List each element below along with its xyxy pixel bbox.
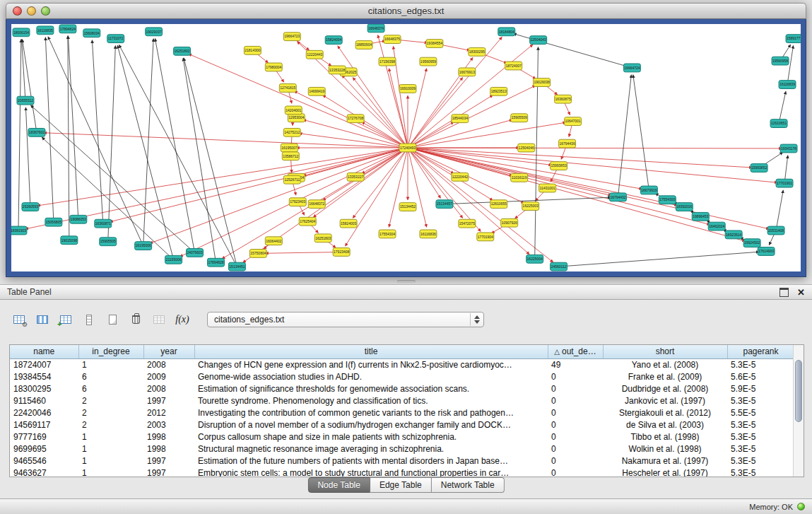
network-node[interactable]: 11016119 [511,173,528,182]
network-node[interactable]: 15472075 [459,219,476,228]
column-header-name[interactable]: name [10,345,78,358]
row-height-icon[interactable] [80,311,98,328]
network-node[interactable]: 19896453 [692,212,709,221]
table-row[interactable]: 1938455462009Genome-wide association stu… [10,370,794,382]
table-row[interactable]: 946362711997Embryonic stem cells: a mode… [10,467,794,477]
network-node[interactable]: 17923403 [289,198,306,206]
network-node[interactable]: 12610655 [490,200,507,209]
table-selector[interactable]: citations_edges.txt [207,312,484,327]
minimize-button[interactable] [27,6,36,16]
tab-network-table[interactable]: Network Table [432,477,505,493]
network-node[interactable]: 15905505 [100,238,117,246]
network-node[interactable]: 19560959 [420,57,437,66]
network-node[interactable]: 19029037 [146,28,163,36]
network-node[interactable]: 18006154 [13,28,30,37]
network-node[interactable]: 24560112 [551,262,567,271]
network-node[interactable]: 15608034 [83,29,100,37]
network-node[interactable]: 15750804 [249,250,266,258]
column-header-year[interactable]: year [143,345,194,358]
table-row[interactable]: 969969511998Structural magnetic resonanc… [10,443,794,455]
network-canvas[interactable]: 1800615416116835178948241560803411731072… [11,24,801,271]
network-node[interactable]: 16116836 [420,230,437,238]
network-node[interactable]: 18367602 [28,128,45,136]
network-node[interactable]: 13353227 [347,173,364,181]
network-node[interactable]: 12220442 [452,173,469,181]
network-node[interactable]: 13586712 [282,152,299,160]
table-row[interactable]: 1830029562008Estimation of significance … [10,382,794,395]
network-node[interactable]: 16064402 [265,237,282,245]
network-node[interactable]: 12610651 [770,119,787,128]
network-node[interactable]: 18724007 [505,62,522,70]
network-node[interactable]: 15134452 [399,203,416,211]
close-panel-icon[interactable]: ✕ [797,288,805,297]
network-node[interactable]: 21814300 [244,46,261,54]
network-node[interactable]: 17625404 [299,217,316,226]
network-node[interactable]: 15134457 [436,200,453,209]
network-node[interactable]: 10907926 [501,218,518,227]
network-node[interactable]: 19664724 [623,64,640,72]
network-node[interactable]: 10647001 [565,117,582,126]
network-node[interactable]: 15056805 [45,218,62,226]
column-header-short[interactable]: short [603,345,727,358]
panel-splitter[interactable] [0,278,812,284]
close-button[interactable] [13,6,22,16]
network-node[interactable]: 12220443 [306,50,323,59]
network-node[interactable]: 14204001 [285,106,302,115]
import-table-icon[interactable]: + [57,311,75,328]
network-node[interactable]: 16910009 [399,85,416,93]
new-table-icon[interactable] [103,311,122,328]
network-node[interactable]: 16648374 [367,24,384,33]
table-row[interactable]: 1456911722003Disruption of a novel membe… [10,419,794,431]
network-node[interactable]: 16251803 [314,234,331,243]
column-header-out_de[interactable]: △out_de… [548,345,603,358]
network-window-titlebar[interactable]: citations_edges.txt [6,3,806,19]
network-node[interactable]: 19343178 [780,144,797,153]
table-row[interactable]: 977716911998Corpus callosum shape and si… [10,431,794,443]
network-node[interactable]: 16794432 [609,193,626,201]
table-row[interactable]: 911546021997Tourette syndrome. Phenomeno… [10,395,794,407]
network-node[interactable]: 16648372 [308,200,325,209]
network-node[interactable]: 16225004 [526,255,543,263]
network-node[interactable]: 14275212 [283,128,300,136]
network-node[interactable]: 12526711 [283,175,300,184]
network-node[interactable]: 11731072 [107,35,124,43]
network-node[interactable]: 18923513 [490,87,507,95]
network-node[interactable]: 17701901 [776,179,793,187]
float-panel-icon[interactable] [779,288,789,297]
network-node[interactable]: 18392016 [676,203,693,211]
network-node[interactable]: 17276708 [347,115,364,123]
network-node[interactable]: 13353228 [329,66,346,74]
network-node[interactable]: 18184804 [498,28,515,36]
network-node[interactable]: 19384554 [426,40,443,48]
network-node[interactable]: 20655312 [17,96,34,105]
network-node[interactable]: 16225003 [522,202,539,211]
network-node[interactable]: 12504046 [518,144,535,152]
network-node[interactable]: 19664723 [283,33,300,41]
network-node[interactable]: 19560958 [772,57,789,65]
network-node[interactable]: 17894824 [59,25,76,33]
network-node[interactable]: 16648375 [384,35,401,44]
network-node[interactable]: 12504043 [530,36,547,45]
tab-node-table[interactable]: Node Table [307,477,370,493]
network-node[interactable]: 15134451 [228,262,245,271]
network-node[interactable]: 16462024 [708,222,725,230]
network-node[interactable]: 15891777 [786,35,801,43]
function-builder-icon[interactable]: f(x) [173,311,192,328]
network-node[interactable]: 19029038 [534,78,551,87]
network-node[interactable]: 16116839 [779,81,796,89]
network-node[interactable]: 16116835 [37,26,54,35]
zoom-button[interactable] [41,6,50,16]
table-scrollbar[interactable] [793,345,804,477]
network-node[interactable]: 20531408 [767,226,784,235]
network-node[interactable]: 16251802 [174,47,191,55]
network-node[interactable]: 16794436 [559,139,576,148]
network-node[interactable]: 17554300 [659,196,676,204]
table-scrollbar-thumb[interactable] [795,360,802,422]
network-node[interactable]: 15824004 [325,36,342,45]
network-node[interactable]: 14699419 [308,87,325,95]
network-node[interactable]: 19015098 [61,236,78,245]
table-settings-icon[interactable]: ⚙ [10,311,28,328]
network-node[interactable]: 16679913 [459,68,476,76]
delete-table-icon[interactable] [126,311,145,328]
network-node[interactable]: 15993852 [751,164,767,173]
